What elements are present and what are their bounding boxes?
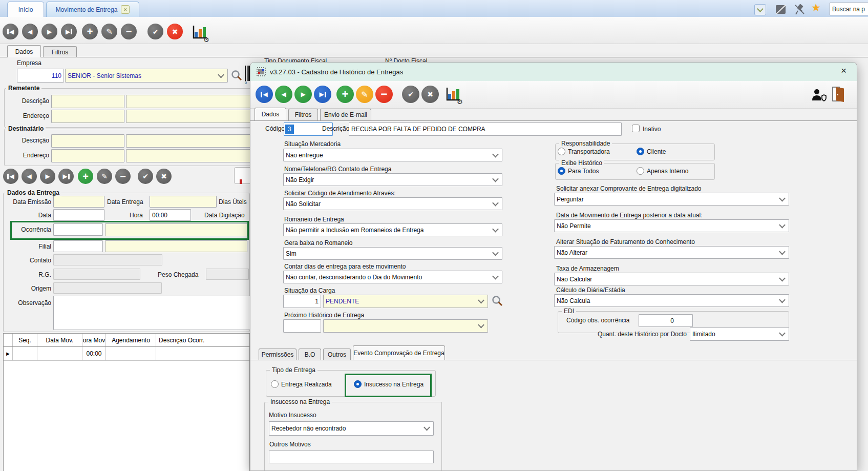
dialog-titlebar[interactable]: v3.27.03 - Cadastro de Histórico de Entr… xyxy=(250,63,857,81)
taxa-armazenagem-select[interactable]: Não Calcular xyxy=(554,273,789,285)
remetente-descricao-field1[interactable] xyxy=(51,95,124,108)
unpin-icon[interactable] xyxy=(793,3,807,16)
proximo-historico-combo[interactable] xyxy=(323,319,488,333)
delete-record-button[interactable]: − xyxy=(121,24,137,39)
cancel-button[interactable]: ✖ xyxy=(167,24,183,39)
filial-desc-field[interactable] xyxy=(105,240,247,252)
tab-movimento-de-entrega[interactable]: Movimento de Entrega ✕ xyxy=(46,2,139,17)
situacao-carga-magnifier-icon[interactable] xyxy=(491,295,503,308)
user-permissions-icon[interactable] xyxy=(811,88,827,103)
tab-bo[interactable]: B.O xyxy=(299,349,321,360)
entrega-last-button[interactable]: ▶ xyxy=(58,169,74,184)
destinatario-descricao-field1[interactable] xyxy=(51,134,124,148)
add-record-button[interactable]: + xyxy=(82,24,98,39)
grid-col-data-mov[interactable]: Data Mov. xyxy=(37,334,82,346)
edit-record-button[interactable]: ✎ xyxy=(101,24,117,39)
transportadora-radio[interactable] xyxy=(558,148,565,155)
entrega-edit-button[interactable]: ✎ xyxy=(97,169,112,184)
dialog-last-button[interactable]: ▶ xyxy=(314,86,331,103)
tab-outros[interactable]: Outros xyxy=(323,349,351,360)
grid-col-seq[interactable]: Seq. xyxy=(13,334,37,346)
data-emissao-field[interactable] xyxy=(53,196,104,208)
inativo-checkbox[interactable] xyxy=(632,125,640,132)
ocorrencia-desc-field[interactable] xyxy=(105,223,247,236)
grid-col-hora-mov[interactable]: ora Mov xyxy=(82,334,106,346)
entrega-realizada-radio[interactable] xyxy=(271,380,279,388)
outros-motivos-field[interactable] xyxy=(269,450,434,463)
contato-entrega-select[interactable]: Não Exigir xyxy=(283,173,502,186)
dialog-confirm-button[interactable]: ✔ xyxy=(402,86,419,103)
dialog-chart-icon[interactable]: ⚙ xyxy=(443,85,463,104)
edi-codigo-obs-field[interactable]: 0 xyxy=(639,314,693,327)
contar-dias-select[interactable]: Não contar, desconsiderando o Dia do Mov… xyxy=(283,271,502,283)
data-posterior-select[interactable]: Não Permite xyxy=(554,219,789,232)
situacao-mercadoria-select[interactable]: Não entregue xyxy=(283,149,502,161)
tab-evento-comprovacao[interactable]: Evento Comprovação de Entrega xyxy=(353,345,445,360)
tab-permissoes[interactable]: Permissões xyxy=(259,349,297,360)
motivo-insucesso-select[interactable]: Recebedor não encontrado xyxy=(269,421,434,436)
comprovante-select[interactable]: Perguntar xyxy=(554,193,789,206)
dialog-cancel-button[interactable]: ✖ xyxy=(421,86,439,103)
previous-record-button[interactable]: ◀ xyxy=(22,24,38,39)
romaneio-select[interactable]: Não permitir a Inclusão em Romaneios de … xyxy=(283,223,502,236)
situacao-carga-combo[interactable]: PENDENTE xyxy=(323,295,488,308)
dialog-tab-dados[interactable]: Dados xyxy=(255,108,286,120)
main-tab-filtros[interactable]: Filtros xyxy=(43,46,77,57)
entrega-previous-button[interactable]: ◀ xyxy=(22,169,37,184)
para-todos-radio[interactable] xyxy=(558,167,565,175)
situacao-carga-code[interactable]: 1 xyxy=(283,295,321,308)
confirm-button[interactable]: ✔ xyxy=(147,24,163,39)
chart-icon[interactable]: ⚙ xyxy=(190,23,209,42)
gera-baixa-select[interactable]: Sim xyxy=(283,247,502,260)
dialog-tab-email[interactable]: Envio de E-mail xyxy=(320,109,371,120)
filial-code-field[interactable] xyxy=(53,240,103,252)
search-magnifier-icon[interactable] xyxy=(230,70,243,82)
observacao-textarea[interactable] xyxy=(53,296,251,330)
remetente-endereco-field1[interactable] xyxy=(51,110,124,123)
quant-historico-select[interactable]: Ilimitado xyxy=(690,327,789,341)
descricao-field[interactable]: RECUSA POR FALTA DE PEDIDO DE COMPRA xyxy=(349,122,622,136)
dialog-edit-button[interactable]: ✎ xyxy=(356,86,373,103)
dialog-delete-button[interactable]: − xyxy=(375,86,393,103)
dialog-first-button[interactable]: ◀ xyxy=(256,86,273,103)
data-field[interactable] xyxy=(53,209,104,221)
next-record-button[interactable]: ▶ xyxy=(41,24,57,39)
dialog-add-button[interactable]: + xyxy=(336,86,354,103)
empresa-combo[interactable]: SENIOR - Senior Sistemas xyxy=(65,69,228,83)
grid-col-descricao[interactable]: Descrição Ocorr. xyxy=(156,334,249,346)
insucesso-entrega-radio[interactable] xyxy=(354,380,362,388)
page-search-input[interactable]: Buscar na p xyxy=(830,3,868,15)
dialog-tab-filtros[interactable]: Filtros xyxy=(288,109,318,120)
apenas-interno-radio[interactable] xyxy=(637,167,644,175)
grid-row[interactable]: ► 00:00 xyxy=(4,347,249,361)
data-entrega-field[interactable] xyxy=(150,196,217,208)
entrega-first-button[interactable]: ◀ xyxy=(3,169,18,184)
main-tab-dados[interactable]: Dados xyxy=(7,45,41,57)
alterar-faturamento-select[interactable]: Não Alterar xyxy=(554,246,789,259)
movimentos-grid[interactable]: Seq. Data Mov. ora Mov Agendamento Descr… xyxy=(3,333,250,471)
dialog-close-icon[interactable]: × xyxy=(841,65,846,76)
destinatario-endereco-field1[interactable] xyxy=(51,149,124,162)
favorite-star-icon[interactable]: ★ xyxy=(811,2,821,14)
first-record-button[interactable]: ◀ xyxy=(3,24,18,39)
proximo-historico-code[interactable] xyxy=(283,319,321,333)
empresa-code-field[interactable]: 110 xyxy=(17,69,64,83)
entrega-cancel-button[interactable]: ✖ xyxy=(156,169,172,184)
grid-col-agendamento[interactable]: Agendamento xyxy=(106,334,156,346)
cliente-radio[interactable] xyxy=(637,148,644,155)
dialog-next-button[interactable]: ▶ xyxy=(294,86,312,103)
entrega-confirm-button[interactable]: ✔ xyxy=(138,169,153,184)
calculo-diaria-select[interactable]: Não Calcula xyxy=(554,294,789,307)
dialog-previous-button[interactable]: ◀ xyxy=(275,86,292,103)
exit-door-icon[interactable] xyxy=(832,86,845,103)
tab-inicio[interactable]: Início xyxy=(7,2,44,17)
no-image-icon[interactable] xyxy=(775,4,787,16)
cod-atendimento-select[interactable]: Não Solicitar xyxy=(283,197,502,210)
entrega-next-button[interactable]: ▶ xyxy=(40,169,55,184)
hora-field[interactable]: 00:00 xyxy=(150,209,191,221)
entrega-add-button[interactable]: + xyxy=(78,169,93,184)
last-record-button[interactable]: ▶ xyxy=(61,24,77,39)
entrega-delete-button[interactable]: − xyxy=(115,169,131,184)
ocorrencia-code-field[interactable] xyxy=(53,223,103,236)
expand-toolbar-button[interactable] xyxy=(754,4,766,15)
